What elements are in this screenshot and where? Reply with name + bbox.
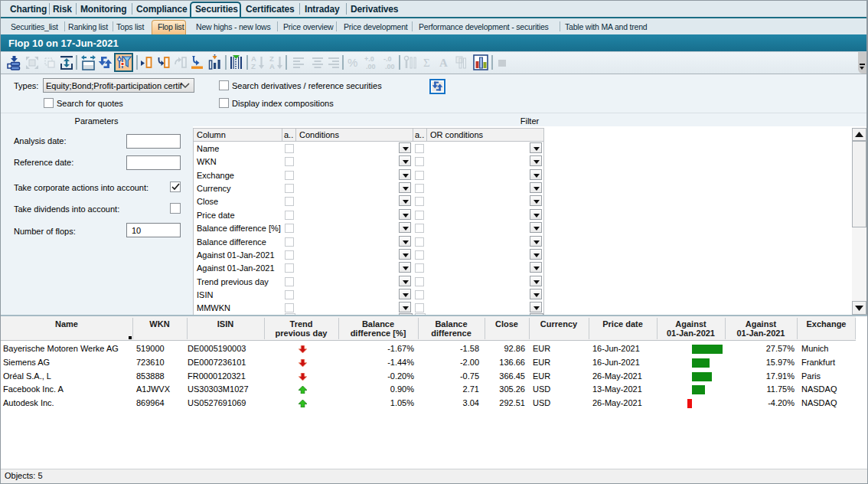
svg-text:.00: .00 <box>366 63 376 70</box>
svg-text:%: % <box>348 56 357 69</box>
svg-text:Σ: Σ <box>423 57 430 69</box>
svg-text:A: A <box>439 57 448 69</box>
svg-text:.00: .00 <box>385 63 395 70</box>
svg-text:-.0: -.0 <box>383 55 392 63</box>
svg-text:Z: Z <box>251 62 256 70</box>
svg-text:A: A <box>269 62 275 70</box>
svg-text:+.0: +.0 <box>364 55 374 63</box>
